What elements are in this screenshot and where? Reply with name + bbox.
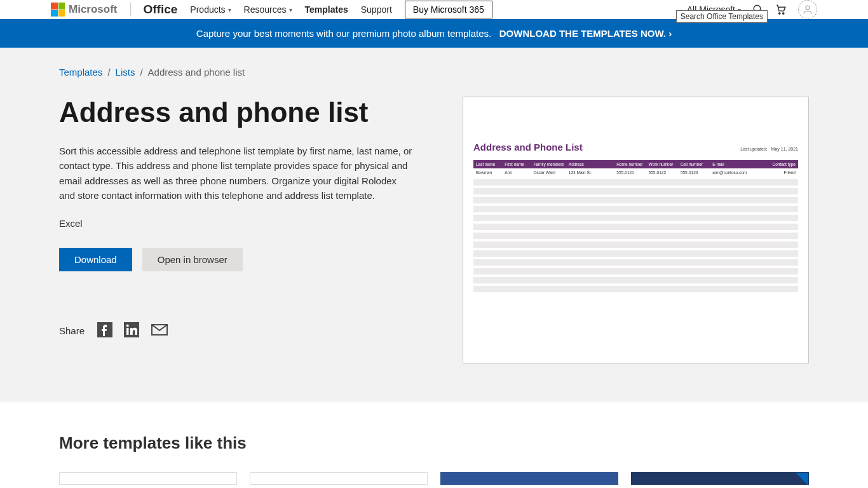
template-preview: Address and Phone List Last updated: May… — [463, 97, 809, 363]
sign-in-button[interactable] — [798, 0, 817, 19]
preview-empty-row — [473, 259, 798, 266]
top-nav: Microsoft Office Products▾ Resources▾ Te… — [0, 0, 868, 19]
nav-resources-label: Resources — [244, 4, 287, 15]
facebook-icon — [97, 322, 112, 337]
col-last-name: Last name — [476, 162, 505, 166]
preview-updated: Last updated: May 11, 2021 — [740, 147, 798, 151]
breadcrumbs: Templates / Lists / Address and phone li… — [59, 67, 809, 78]
svg-point-4 — [806, 6, 810, 10]
col-work: Work number — [649, 162, 681, 166]
preview-empty-row — [473, 286, 798, 292]
promo-text: Capture your best moments with our premi… — [196, 28, 491, 39]
more-templates-section: More templates like this — [0, 402, 868, 485]
linkedin-icon — [124, 322, 139, 337]
share-email-button[interactable] — [151, 322, 168, 339]
preview-title: Address and Phone List — [473, 142, 583, 152]
preview-empty-row — [473, 179, 798, 186]
preview-empty-row — [473, 241, 798, 248]
preview-table-header: Last name First name Family members Addr… — [473, 160, 798, 168]
chevron-down-icon: ▾ — [289, 6, 292, 13]
nav-templates[interactable]: Templates — [305, 4, 348, 15]
template-card[interactable] — [631, 472, 809, 485]
template-card[interactable] — [250, 472, 428, 485]
promo-cta: DOWNLOAD THE TEMPLATES NOW. › — [499, 28, 672, 39]
nav-divider — [130, 3, 131, 17]
preview-empty-row — [473, 197, 798, 203]
preview-empty-row — [473, 277, 798, 283]
template-title: Address and phone list — [59, 97, 437, 128]
preview-empty-row — [473, 268, 798, 274]
cart-button[interactable] — [775, 4, 787, 15]
nav-resources[interactable]: Resources▾ — [244, 4, 292, 15]
breadcrumb-separator: / — [107, 67, 110, 78]
cart-icon — [775, 4, 787, 15]
svg-point-2 — [779, 13, 780, 14]
buy-microsoft-365-button[interactable]: Buy Microsoft 365 — [405, 1, 492, 18]
col-family: Family members — [534, 162, 569, 166]
more-templates-title: More templates like this — [59, 433, 809, 453]
open-in-browser-button[interactable]: Open in browser — [142, 248, 243, 271]
nav-products-label: Products — [190, 4, 225, 15]
col-home: Home number — [616, 162, 648, 166]
preview-empty-row — [473, 215, 798, 221]
template-app-label: Excel — [59, 218, 437, 229]
page-body: Templates / Lists / Address and phone li… — [0, 48, 868, 402]
preview-empty-row — [473, 250, 798, 257]
share-row: Share — [59, 322, 437, 339]
nav-support[interactable]: Support — [361, 4, 392, 15]
preview-empty-row — [473, 233, 798, 239]
office-brand-link[interactable]: Office — [144, 3, 178, 17]
preview-empty-row — [473, 188, 798, 194]
microsoft-logo[interactable]: Microsoft — [51, 3, 118, 17]
share-label: Share — [59, 325, 85, 336]
svg-rect-7 — [126, 328, 129, 335]
breadcrumb-current: Address and phone list — [148, 67, 245, 78]
download-button[interactable]: Download — [59, 248, 132, 271]
chevron-down-icon: ▾ — [228, 6, 231, 13]
template-card[interactable] — [440, 472, 618, 485]
microsoft-brand-text: Microsoft — [69, 3, 118, 16]
preview-empty-row — [473, 206, 798, 212]
share-linkedin-button[interactable] — [124, 322, 139, 339]
promo-cta-label: DOWNLOAD THE TEMPLATES NOW. — [499, 28, 666, 39]
svg-point-8 — [126, 325, 129, 327]
promo-banner[interactable]: Capture your best moments with our premi… — [0, 19, 868, 48]
col-cell: Cell number — [681, 162, 712, 166]
col-address: Address — [569, 162, 616, 166]
person-icon — [802, 4, 813, 15]
preview-table-row: Bowman Ann Oscar Ward 123 Main St. 555-0… — [473, 168, 798, 177]
breadcrumb-lists[interactable]: Lists — [116, 67, 135, 78]
nav-products[interactable]: Products▾ — [190, 4, 231, 15]
template-card[interactable] — [59, 472, 237, 485]
breadcrumb-templates[interactable]: Templates — [59, 67, 102, 78]
search-tooltip: Search Office Templates — [676, 10, 768, 23]
mail-icon — [151, 322, 168, 337]
template-description: Sort this accessible address and telepho… — [59, 144, 415, 203]
preview-empty-row — [473, 224, 798, 230]
microsoft-logo-icon — [51, 3, 65, 17]
breadcrumb-separator: / — [140, 67, 142, 78]
col-first-name: First name — [505, 162, 533, 166]
share-facebook-button[interactable] — [97, 322, 112, 339]
template-detail-row: Address and phone list Sort this accessi… — [59, 97, 809, 363]
svg-point-3 — [783, 13, 784, 14]
col-contact-type: Contact type — [761, 162, 796, 166]
template-cards — [59, 472, 809, 485]
col-email: E-mail — [712, 162, 760, 166]
